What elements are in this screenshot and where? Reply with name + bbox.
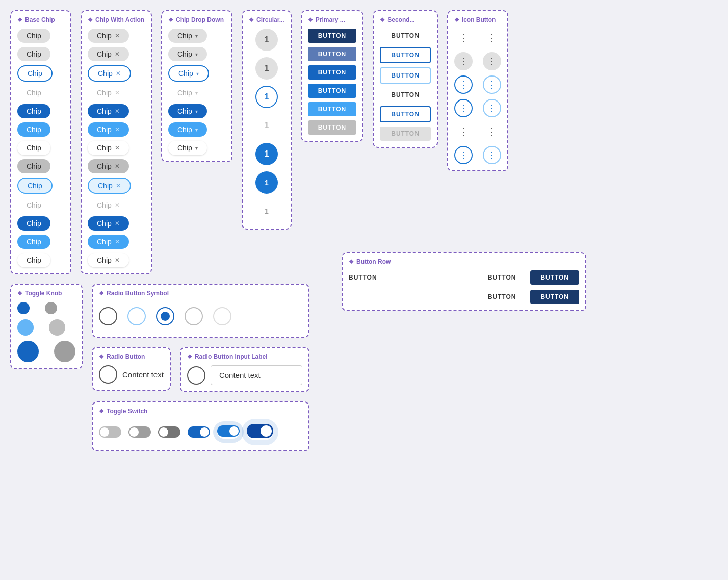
chip[interactable]: Chip [17,216,50,231]
chip-close-icon[interactable]: ✕ [115,126,120,133]
toggle-switch-section: Toggle Switch [92,401,309,451]
icon-button[interactable]: ⋮ [483,52,501,70]
icon-button[interactable]: ⋮ [454,122,473,141]
toggle-knob[interactable] [49,319,65,336]
radio-button[interactable] [156,307,174,325]
chip-with-action[interactable]: Chip ✕ [88,141,129,155]
dropdown-arrow-icon: ▾ [195,145,198,151]
primary-button[interactable]: BUTTON [308,47,357,61]
icon-button[interactable]: ⋮ [454,52,473,70]
button-row-primary[interactable]: BUTTON [530,290,579,304]
toggle-knob[interactable] [17,319,34,336]
chip-with-action[interactable]: Chip ✕ [88,122,129,137]
chip-with-action[interactable]: Chip ✕ [88,47,129,61]
chip[interactable]: Chip [17,235,50,249]
dropdown-arrow-icon: ▾ [196,71,199,77]
chip[interactable]: Chip [17,159,50,173]
toggle-switch[interactable] [158,426,180,438]
toggle-switch[interactable] [188,426,210,438]
button-row-secondary[interactable]: BUTTON [478,290,527,304]
knob-row [17,319,75,336]
chip[interactable]: Chip [17,65,53,82]
icon-button[interactable]: ⋮ [483,75,501,94]
icon-button-section: Icon Button ⋮ ⋮ ⋮ ⋮ ⋮ ⋮ ⋮ ⋮ ⋮ ⋮ [447,10,508,171]
chip-dropdown[interactable]: Chip ▾ [168,141,207,155]
primary-button[interactable]: BUTTON [308,84,357,98]
toggle-switch[interactable] [128,426,151,438]
primary-button[interactable]: BUTTON [308,29,357,43]
chip-with-action[interactable]: Chip ✕ [88,29,129,43]
chip-close-icon[interactable]: ✕ [115,51,120,58]
icon-button[interactable]: ⋮ [483,146,501,164]
chip[interactable]: Chip [17,104,50,118]
chip-dropdown[interactable]: Chip ▾ [168,104,207,118]
toggle-knob[interactable] [17,302,30,314]
chip-close-icon[interactable]: ✕ [115,238,120,245]
toggle-knob[interactable] [17,341,39,362]
circular-badge[interactable]: 1 [255,86,278,108]
chip-with-action[interactable]: Chip ✕ [88,235,129,249]
chip-dropdown[interactable]: Chip ▾ [168,29,207,43]
secondary-button[interactable]: BUTTON [380,47,431,63]
chip-close-icon[interactable]: ✕ [116,70,121,77]
secondary-button[interactable]: BUTTON [380,88,431,102]
radio-button[interactable] [99,365,117,384]
chip-dropdown[interactable]: Chip ▾ [168,47,207,61]
icon-button[interactable]: ⋮ [483,29,501,47]
radio-button[interactable] [185,307,203,325]
secondary-button[interactable]: BUTTON [380,106,431,122]
circular-badge[interactable]: 1 [255,143,278,165]
toggle-switch[interactable] [247,424,273,440]
chip[interactable]: Chip [17,178,53,194]
toggle-knob[interactable] [45,302,57,314]
chip[interactable]: Chip [17,141,50,155]
radio-button[interactable] [187,366,205,385]
radio-button[interactable] [127,307,146,325]
icon-button-row: ⋮ ⋮ [454,52,501,70]
toggle-knob[interactable] [54,341,75,362]
icon-button[interactable]: ⋮ [454,99,473,117]
chip-close-icon: ✕ [115,89,120,96]
radio-input-field[interactable]: Content text [211,365,302,385]
chip-dropdown[interactable]: Chip ▾ [168,65,209,82]
circular-badge[interactable]: 1 [255,171,278,194]
chip-close-icon[interactable]: ✕ [116,182,121,189]
chip-with-action[interactable]: Chip ✕ [88,178,131,194]
chip[interactable]: Chip [17,47,50,61]
chip-with-action[interactable]: Chip ✕ [88,104,129,118]
icon-button[interactable]: ⋮ [454,75,473,94]
chip-with-action[interactable]: Chip ✕ [88,65,131,82]
toggle-switch[interactable] [217,425,240,439]
chip-close-icon[interactable]: ✕ [115,163,120,170]
chip-close-icon[interactable]: ✕ [115,108,120,115]
chip-close-icon[interactable]: ✕ [115,220,120,227]
button-row-primary[interactable]: BUTTON [530,270,579,285]
icon-button-row: ⋮ ⋮ [454,99,501,117]
chip-dropdown[interactable]: Chip ▾ [168,122,207,137]
chip-close-icon[interactable]: ✕ [115,144,120,152]
icon-button[interactable]: ⋮ [454,29,473,47]
chip-with-action[interactable]: Chip ✕ [88,216,129,231]
chip[interactable]: Chip [17,122,50,137]
chip-with-action[interactable]: Chip ✕ [88,253,129,267]
chip-close-icon[interactable]: ✕ [115,32,120,39]
chip-with-action[interactable]: Chip ✕ [88,159,129,173]
radio-button[interactable] [99,307,117,325]
radio-inner [161,312,170,321]
toggle-switch[interactable] [99,426,121,438]
icon-button[interactable]: ⋮ [483,122,501,141]
primary-button[interactable]: BUTTON [308,102,357,116]
chip[interactable]: Chip [17,29,50,43]
button-row-secondary[interactable]: BUTTON [478,270,527,285]
primary-button[interactable]: BUTTON [308,65,357,80]
secondary-button[interactable]: BUTTON [380,29,431,43]
circular-badge[interactable]: 1 [255,57,278,80]
icon-button[interactable]: ⋮ [483,99,501,117]
radio-button[interactable] [213,307,231,325]
icon-button[interactable]: ⋮ [454,146,473,164]
secondary-button[interactable]: BUTTON [380,67,431,84]
chip[interactable]: Chip [17,253,50,267]
chip-close-icon[interactable]: ✕ [115,257,120,264]
radio-symbol-section: Radio Button Symbol [92,284,309,338]
circular-badge[interactable]: 1 [255,29,278,51]
